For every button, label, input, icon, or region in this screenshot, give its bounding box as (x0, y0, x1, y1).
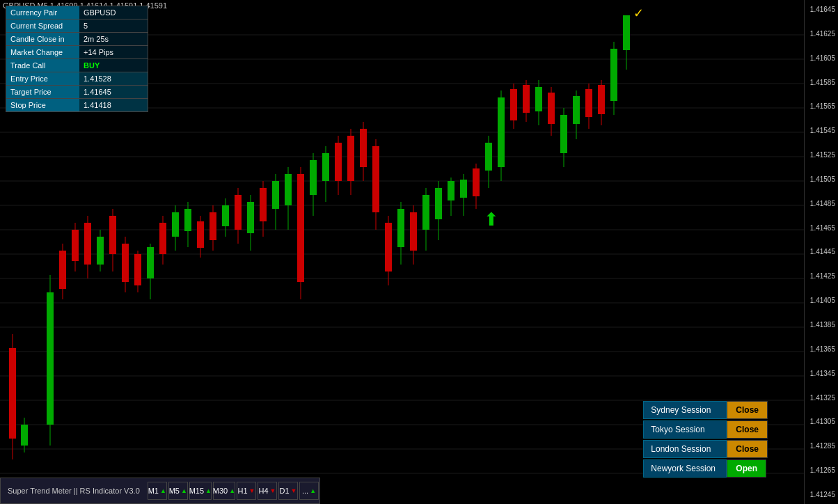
session-row: Sydney SessionClose (643, 401, 768, 419)
price-level: 1.41365 (806, 345, 837, 353)
price-level: 1.41585 (806, 79, 837, 86)
timeframe-button[interactable]: ...▲ (299, 482, 319, 500)
info-row-label: Entry Price (6, 72, 79, 85)
price-level: 1.41345 (806, 370, 837, 377)
svg-rect-60 (272, 181, 279, 209)
price-level: 1.41285 (806, 442, 837, 450)
info-row-value: 5 (79, 19, 148, 32)
info-row-value: 1.41418 (79, 99, 148, 111)
svg-rect-82 (410, 212, 417, 251)
session-status-btn[interactable]: Close (727, 401, 768, 419)
svg-rect-54 (235, 195, 242, 230)
svg-rect-80 (397, 209, 404, 247)
svg-rect-36 (122, 244, 129, 282)
svg-rect-24 (47, 292, 54, 425)
timeframe-button[interactable]: M5▲ (168, 482, 188, 500)
session-name: Tokyo Session (643, 420, 727, 439)
svg-rect-96 (498, 97, 505, 167)
svg-rect-112 (598, 85, 605, 114)
timeframe-button[interactable]: H4▼ (258, 482, 277, 500)
price-level: 1.41505 (806, 175, 837, 183)
info-row: Currency PairGBPUSD (6, 6, 148, 19)
svg-rect-62 (285, 174, 292, 205)
info-row-label: Current Spread (6, 19, 79, 32)
svg-rect-26 (59, 251, 66, 289)
info-row: Stop Price1.41418 (6, 99, 148, 111)
svg-rect-22 (21, 425, 28, 446)
svg-rect-78 (385, 223, 392, 271)
price-level: 1.41385 (806, 321, 837, 329)
timeframe-buttons (0, 478, 6, 504)
info-row-label: Trade Call (6, 59, 79, 72)
session-status-btn[interactable]: Close (727, 420, 768, 439)
info-row: Entry Price1.41528 (6, 72, 148, 86)
info-row-value: 1.41645 (79, 86, 148, 98)
svg-rect-68 (322, 153, 329, 181)
info-row: Current Spread5 (6, 19, 148, 33)
svg-rect-110 (585, 89, 592, 117)
price-level: 1.41425 (806, 272, 837, 280)
svg-rect-66 (310, 160, 317, 195)
price-axis: 1.416451.416251.416051.415851.415651.415… (804, 0, 838, 504)
info-row-label: Market Change (6, 46, 79, 58)
info-row-label: Stop Price (6, 99, 79, 111)
info-panel: Currency PairGBPUSDCurrent Spread5Candle… (6, 6, 148, 112)
timeframe-button[interactable]: M1▲ (148, 482, 167, 500)
timeframe-button[interactable]: H1▼ (237, 482, 256, 500)
buy-signal-arrow: ⬆ (484, 209, 499, 230)
svg-rect-40 (147, 247, 154, 278)
svg-rect-20 (9, 348, 16, 439)
session-status-btn[interactable]: Open (727, 459, 766, 478)
info-row-value: +14 Pips (79, 46, 148, 58)
svg-rect-106 (560, 115, 567, 153)
session-panel: Sydney SessionCloseTokyo SessionCloseLon… (643, 401, 768, 478)
svg-rect-84 (422, 195, 429, 230)
price-level: 1.41605 (806, 54, 837, 62)
svg-rect-30 (84, 223, 91, 265)
price-level: 1.41525 (806, 151, 837, 159)
svg-rect-46 (184, 209, 191, 231)
indicator-title: Super Trend Meter || RS Indicator V3.0 (1, 487, 147, 495)
svg-rect-38 (134, 254, 141, 285)
session-status-btn[interactable]: Close (727, 440, 768, 458)
svg-rect-42 (159, 223, 166, 254)
price-level: 1.41405 (806, 297, 837, 304)
svg-rect-86 (435, 188, 442, 219)
svg-rect-94 (485, 143, 492, 171)
info-row-label: Currency Pair (6, 6, 79, 19)
svg-rect-108 (573, 96, 580, 124)
svg-rect-58 (260, 188, 267, 221)
info-row: Trade CallBUY (6, 59, 148, 72)
info-row: Market Change+14 Pips (6, 46, 148, 59)
svg-rect-116 (623, 15, 630, 50)
bottom-toolbar: Super Trend Meter || RS Indicator V3.0M1… (0, 478, 320, 504)
svg-rect-70 (335, 143, 342, 181)
timeframe-button[interactable]: M15▲ (189, 482, 212, 500)
price-level: 1.41625 (806, 30, 837, 38)
session-row: Tokyo SessionClose (643, 420, 768, 439)
chart-container: GBPUSD,M5 1.41609 1.41614 1.41591 1.4159… (0, 0, 804, 504)
session-row: Newyork SessionOpen (643, 459, 768, 478)
price-level: 1.41465 (806, 224, 837, 232)
price-level: 1.41325 (806, 394, 837, 402)
price-level: 1.41565 (806, 102, 837, 110)
info-row-value: GBPUSD (79, 6, 148, 19)
info-row-value: 2m 25s (79, 33, 148, 45)
price-level: 1.41545 (806, 127, 837, 134)
timeframe-button[interactable]: D1▼ (278, 482, 298, 500)
svg-rect-92 (473, 168, 480, 196)
svg-rect-88 (448, 181, 454, 200)
svg-rect-32 (97, 237, 104, 265)
session-name: London Session (643, 440, 727, 458)
info-row-label: Target Price (6, 86, 79, 98)
svg-rect-76 (372, 146, 379, 212)
price-level: 1.41445 (806, 248, 837, 255)
svg-rect-74 (360, 129, 367, 167)
svg-rect-44 (172, 212, 179, 237)
info-row-value: 1.41528 (79, 72, 148, 85)
svg-rect-100 (523, 85, 530, 113)
svg-rect-50 (209, 212, 216, 240)
price-level: 1.41645 (806, 6, 837, 13)
timeframe-button[interactable]: M30▲ (213, 482, 235, 500)
svg-rect-52 (222, 205, 229, 226)
